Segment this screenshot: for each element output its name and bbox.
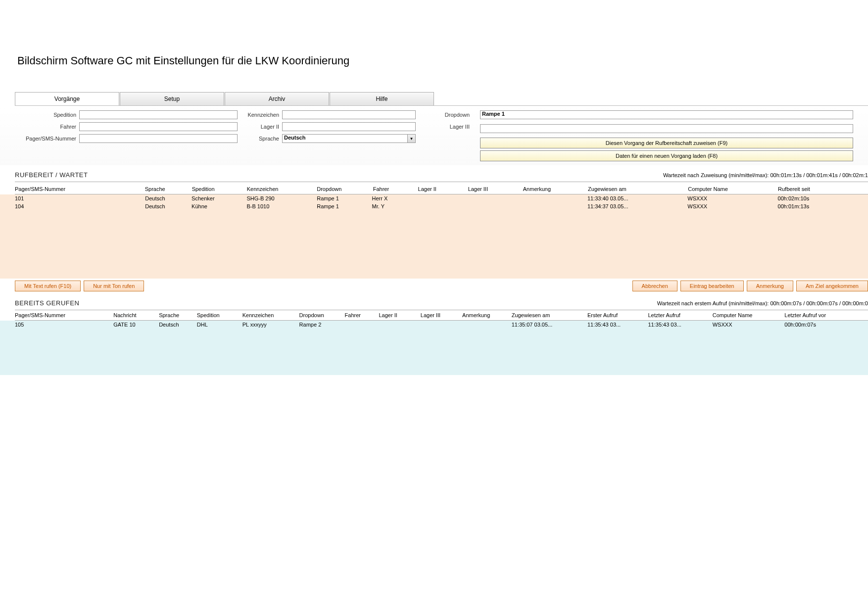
col-header: Anmerkung (523, 184, 588, 194)
cell: 11:33:40 03.05... (587, 194, 687, 202)
cell: DHL (197, 321, 242, 329)
cell: Rampe 1 (317, 202, 372, 210)
cell (522, 194, 587, 202)
col-header: Sprache (159, 310, 197, 321)
cell: Deutsch (145, 194, 192, 202)
col-header: Zugewiesen am (588, 184, 688, 194)
col-header: Lager III (468, 184, 523, 194)
input-fahrer[interactable] (79, 122, 238, 131)
cell: B-B 1010 (246, 202, 317, 210)
col-header: Pager/SMS-Nummer (15, 310, 113, 321)
cell (522, 202, 587, 210)
page-title: Bildschirm Software GC mit Einstellungen… (0, 0, 868, 92)
table-row[interactable]: 105GATE 10DeutschDHLPL xxxyyyRampe 211:3… (15, 321, 868, 329)
label-lager3: Lager III (431, 124, 473, 130)
menu-vorgaenge[interactable]: Vorgänge (15, 92, 119, 105)
col-header: Nachricht (113, 310, 159, 321)
label-sprache: Sprache (242, 136, 282, 142)
menu-hilfe[interactable]: Hilfe (330, 92, 434, 105)
section-called-title: BEREITS GERUFEN (15, 299, 79, 307)
btn-assign-f9[interactable]: Diesen Vorgang der Rufbereitschaft zuwei… (480, 138, 853, 148)
label-lager2: Lager II (242, 124, 282, 130)
cell: 105 (15, 321, 113, 329)
cell: 11:35:43 03... (648, 321, 712, 329)
col-header: Spedition (192, 184, 247, 194)
col-header: Rufbereit seit (778, 184, 868, 194)
col-header: Spedition (197, 310, 242, 321)
label-pager: Pager/SMS-Nummer (15, 136, 79, 142)
cell: Rampe 1 (317, 194, 372, 202)
btn-call-text[interactable]: Mit Text rufen (F10) (15, 281, 81, 291)
input-kennzeichen[interactable] (282, 110, 416, 119)
cell: GATE 10 (113, 321, 159, 329)
cell: Schenker (192, 194, 246, 202)
ready-stat: Wartezeit nach Zuweisung (min/mittel/max… (663, 172, 868, 178)
cell: SHG-B 290 (246, 194, 317, 202)
col-header: Letzter Aufruf (648, 310, 712, 321)
called-stat: Wartezeit nach erstem Aufruf (min/mittel… (657, 300, 868, 306)
cell: 11:35:43 03... (587, 321, 648, 329)
label-dropdown: Dropdown (431, 112, 473, 118)
input-lager2[interactable] (282, 122, 416, 131)
cell: Deutsch (159, 321, 197, 329)
cell: WSXXX (687, 194, 777, 202)
menubar: Vorgänge Setup Archiv Hilfe (15, 92, 868, 106)
cell: 00h:00m:07s (784, 321, 868, 329)
col-header: Computer Name (688, 184, 778, 194)
col-header: Zugewiesen am (512, 310, 587, 321)
cell: Kühne (192, 202, 246, 210)
menu-setup[interactable]: Setup (120, 92, 224, 105)
cell: Deutsch (145, 202, 192, 210)
cell (462, 321, 512, 329)
col-header: Fahrer (373, 184, 418, 194)
col-header: Computer Name (713, 310, 785, 321)
label-fahrer: Fahrer (15, 124, 79, 130)
col-header: Sprache (145, 184, 192, 194)
col-header: Anmerkung (462, 310, 512, 321)
table-ready: Pager/SMS-NummerSpracheSpeditionKennzeic… (15, 184, 868, 194)
table-row[interactable]: 101DeutschSchenkerSHG-B 290Rampe 1Herr X… (15, 194, 868, 202)
input-spedition[interactable] (79, 110, 238, 119)
input-lager3[interactable] (480, 124, 853, 133)
menu-archiv[interactable]: Archiv (225, 92, 329, 105)
col-header: Fahrer (345, 310, 379, 321)
cell: 11:34:37 03.05... (587, 202, 687, 210)
label-spedition: Spedition (15, 112, 79, 118)
cell: Mr. Y (372, 202, 417, 210)
btn-arrived[interactable]: Am Ziel angekommen (796, 281, 868, 291)
col-header: Erster Aufruf (587, 310, 648, 321)
col-header: Dropdown (299, 310, 345, 321)
select-dropdown[interactable]: Rampe 1 (480, 110, 853, 119)
btn-cancel[interactable]: Abbrechen (632, 281, 677, 291)
cell: PL xxxyyy (242, 321, 299, 329)
btn-note[interactable]: Anmerkung (747, 281, 793, 291)
col-header: Kennzeichen (247, 184, 317, 194)
cell: 101 (15, 194, 145, 202)
cell: WSXXX (687, 202, 777, 210)
input-pager[interactable] (79, 134, 238, 143)
cell (345, 321, 379, 329)
chevron-down-icon[interactable]: ▼ (408, 134, 416, 143)
col-header: Dropdown (317, 184, 373, 194)
cell: Herr X (372, 194, 417, 202)
col-header: Lager II (418, 184, 468, 194)
form-area: Spedition Fahrer Pager/SMS-Nummer Kennze… (0, 106, 868, 165)
btn-call-sound[interactable]: Nur mit Ton rufen (84, 281, 144, 291)
col-header: Kennzeichen (242, 310, 299, 321)
col-header: Letzter Aufruf vor (784, 310, 868, 321)
cell (379, 321, 421, 329)
col-header: Lager II (379, 310, 421, 321)
btn-load-f8[interactable]: Daten für einen neuen Vorgang laden (F8) (480, 150, 853, 161)
section-ready-title: RUFBEREIT / WARTET (15, 171, 88, 179)
cell (421, 321, 462, 329)
cell: 11:35:07 03.05... (512, 321, 587, 329)
btn-edit[interactable]: Eintrag bearbeiten (680, 281, 744, 291)
cell: Rampe 2 (299, 321, 345, 329)
cell: 104 (15, 202, 145, 210)
select-sprache[interactable]: Deutsch (282, 134, 408, 143)
table-row[interactable]: 104DeutschKühneB-B 1010Rampe 1Mr. Y11:34… (15, 202, 868, 210)
table-called: Pager/SMS-NummerNachrichtSpracheSpeditio… (15, 310, 868, 321)
col-header: Lager III (421, 310, 462, 321)
cell (417, 194, 467, 202)
col-header: Pager/SMS-Nummer (15, 184, 145, 194)
